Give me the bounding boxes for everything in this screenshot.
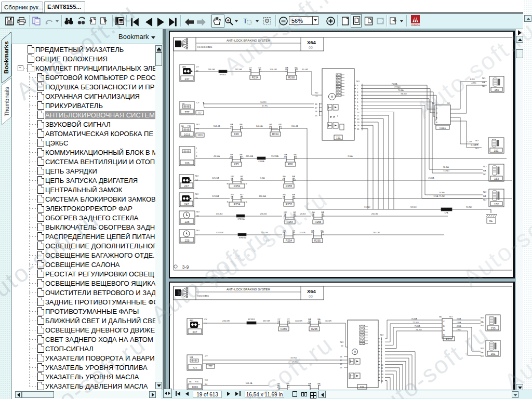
svg-text:ME: ME bbox=[489, 220, 493, 222]
svg-text:CY: CY bbox=[196, 65, 199, 68]
svg-text:16-RO: 16-RO bbox=[290, 356, 297, 359]
svg-text:777: 777 bbox=[197, 112, 202, 114]
svg-text:79-BA: 79-BA bbox=[397, 89, 403, 91]
svg-text:18: 18 bbox=[315, 110, 317, 113]
svg-text:6: 6 bbox=[294, 197, 296, 200]
svg-text:237-GR: 237-GR bbox=[235, 68, 242, 71]
svg-text:123-BA: 123-BA bbox=[212, 195, 219, 197]
svg-text:3: 3 bbox=[242, 179, 244, 181]
svg-text:16: 16 bbox=[315, 103, 317, 105]
svg-text:236-GR: 236-GR bbox=[208, 68, 215, 71]
svg-text:5: 5 bbox=[357, 104, 358, 107]
svg-text:NO: NO bbox=[315, 91, 318, 94]
svg-text:M: M bbox=[227, 183, 229, 185]
svg-text:EPB74A: EPB74A bbox=[237, 218, 245, 220]
svg-text:1016: 1016 bbox=[184, 133, 190, 136]
svg-text:777: 777 bbox=[208, 365, 212, 368]
svg-text:225: 225 bbox=[185, 239, 190, 242]
svg-text:433-BJ: 433-BJ bbox=[216, 212, 223, 215]
svg-text:BA: BA bbox=[292, 193, 295, 196]
svg-text:BE: BE bbox=[230, 153, 233, 156]
svg-text:151: 151 bbox=[491, 352, 496, 355]
svg-text:GR: GR bbox=[269, 123, 272, 126]
svg-text:GR: GR bbox=[240, 175, 243, 178]
svg-text:B4: B4 bbox=[241, 157, 244, 159]
svg-text:4: 4 bbox=[242, 127, 243, 129]
svg-text:75-NO: 75-NO bbox=[439, 195, 445, 197]
svg-text:CY: CY bbox=[196, 101, 200, 104]
svg-text:17: 17 bbox=[340, 359, 342, 362]
svg-text:4-RC: 4-RC bbox=[471, 82, 476, 84]
svg-text:225: 225 bbox=[185, 220, 190, 223]
svg-text:BA: BA bbox=[312, 211, 315, 214]
svg-text:BA: BA bbox=[308, 382, 311, 385]
svg-text:8A: 8A bbox=[189, 381, 192, 383]
svg-text:E4: E4 bbox=[205, 383, 208, 385]
svg-text:F16: F16 bbox=[195, 381, 198, 383]
svg-text:15: 15 bbox=[315, 114, 317, 117]
svg-text:30-GR: 30-GR bbox=[325, 320, 331, 322]
svg-text:11: 11 bbox=[295, 157, 298, 159]
svg-text:NO: NO bbox=[240, 193, 243, 196]
svg-text:68A: 68A bbox=[190, 356, 193, 358]
svg-text:8A: 8A bbox=[181, 125, 184, 127]
svg-text:22: 22 bbox=[315, 95, 318, 98]
svg-text:4: 4 bbox=[284, 215, 285, 217]
svg-text:11: 11 bbox=[357, 114, 360, 117]
svg-text:5: 5 bbox=[294, 233, 296, 236]
svg-text:5: 5 bbox=[295, 215, 297, 217]
svg-text:21: 21 bbox=[357, 128, 360, 130]
svg-text:9: 9 bbox=[381, 344, 382, 347]
svg-text:17-RC: 17-RC bbox=[262, 104, 268, 107]
svg-text:1: 1 bbox=[269, 127, 271, 129]
svg-text:GR: GR bbox=[292, 230, 295, 232]
svg-text:F16: F16 bbox=[188, 125, 191, 127]
svg-text:GR: GR bbox=[278, 123, 282, 126]
svg-text:15: 15 bbox=[196, 215, 199, 217]
svg-text:8: 8 bbox=[381, 348, 382, 350]
svg-text:NO: NO bbox=[196, 123, 200, 126]
svg-text:C: C bbox=[436, 112, 437, 114]
svg-text:NO: NO bbox=[356, 80, 360, 83]
svg-text:3: 3 bbox=[357, 84, 358, 87]
svg-text:NO: NO bbox=[449, 315, 453, 318]
svg-text:10: 10 bbox=[282, 179, 285, 181]
svg-text:1: 1 bbox=[281, 127, 282, 129]
svg-text:150: 150 bbox=[491, 327, 496, 330]
svg-text:NC: NC bbox=[447, 102, 450, 104]
svg-text:R254: R254 bbox=[234, 184, 241, 188]
svg-text:R255: R255 bbox=[311, 327, 318, 330]
svg-text:N: N bbox=[246, 201, 247, 203]
svg-text:K36: K36 bbox=[234, 132, 238, 136]
svg-text:4-BA: 4-BA bbox=[457, 325, 461, 327]
svg-text:12: 12 bbox=[296, 70, 299, 73]
svg-text:12: 12 bbox=[319, 322, 322, 324]
svg-text:554-JA: 554-JA bbox=[214, 125, 220, 127]
svg-text:R36: R36 bbox=[288, 163, 293, 166]
svg-text:19: 19 bbox=[357, 121, 360, 124]
svg-text:A: A bbox=[443, 329, 445, 331]
svg-text:CY: CY bbox=[277, 318, 281, 321]
svg-text:28: 28 bbox=[357, 124, 360, 127]
svg-text:166: 166 bbox=[185, 162, 190, 165]
svg-text:17-RC: 17-RC bbox=[291, 361, 298, 363]
svg-text:NO: NO bbox=[205, 379, 208, 381]
svg-text:EP3824: EP3824 bbox=[220, 74, 227, 76]
svg-text:D: D bbox=[436, 107, 437, 110]
svg-text:247: 247 bbox=[185, 77, 190, 81]
svg-text:BA: BA bbox=[284, 153, 287, 156]
svg-text:2: 2 bbox=[260, 70, 262, 73]
svg-text:EPB73M: EPB73M bbox=[239, 237, 246, 239]
svg-text:21-BA: 21-BA bbox=[428, 177, 434, 179]
svg-text:BA: BA bbox=[481, 351, 484, 354]
svg-text:14: 14 bbox=[195, 179, 198, 181]
svg-text:43-MA: 43-MA bbox=[214, 155, 220, 157]
svg-text:140-JA: 140-JA bbox=[256, 125, 263, 127]
svg-text:E2/DG/ABS: E2/DG/ABS bbox=[197, 295, 209, 297]
svg-text:NO: NO bbox=[432, 102, 436, 104]
svg-text:3: 3 bbox=[312, 215, 313, 217]
svg-text:B: B bbox=[443, 334, 445, 336]
svg-text:R231: R231 bbox=[440, 126, 446, 129]
svg-text:186-BA: 186-BA bbox=[259, 195, 266, 197]
svg-text:78-NO: 78-NO bbox=[401, 92, 407, 95]
